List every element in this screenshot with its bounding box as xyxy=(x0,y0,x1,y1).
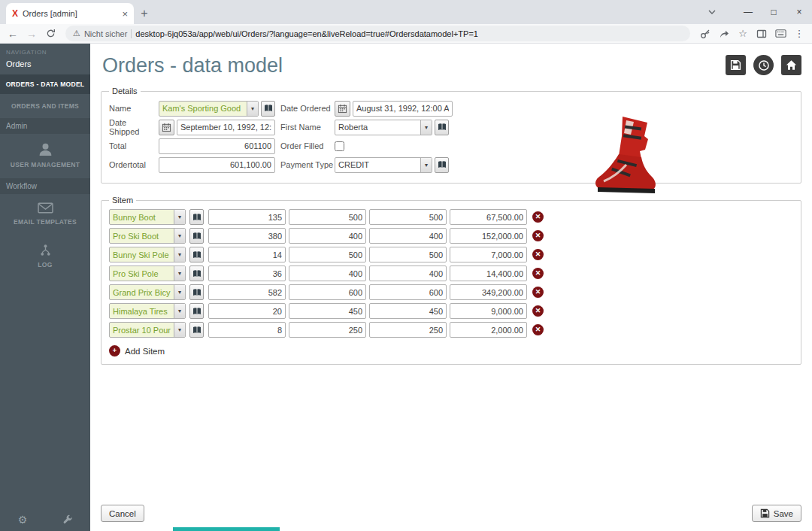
price-input[interactable] xyxy=(369,247,447,262)
line-total-input[interactable] xyxy=(450,322,527,338)
url-text[interactable]: desktop-6jq053a/app/web/ui/Orders/?langu… xyxy=(135,29,478,38)
date-ordered-input[interactable] xyxy=(353,101,453,117)
line-total-input[interactable] xyxy=(450,247,527,262)
item-select[interactable]: Pro Ski Pole▾ xyxy=(109,266,186,281)
ordertotal-input[interactable] xyxy=(159,157,275,173)
item-lookup-button[interactable] xyxy=(189,247,204,262)
unit-price-input[interactable] xyxy=(289,303,366,319)
first-name-lookup-button[interactable] xyxy=(435,120,449,135)
price-input[interactable] xyxy=(369,284,447,300)
unit-price-input[interactable] xyxy=(289,266,366,281)
delete-row-button[interactable]: ✕ xyxy=(532,268,544,279)
quantity-input[interactable] xyxy=(208,247,286,262)
unit-price-input[interactable] xyxy=(289,247,366,262)
chevron-down-icon: ▾ xyxy=(247,102,258,116)
item-lookup-button[interactable] xyxy=(189,284,204,300)
item-select[interactable]: Himalaya Tires▾ xyxy=(109,303,186,319)
new-tab-button[interactable]: + xyxy=(134,3,155,24)
total-input[interactable] xyxy=(159,138,275,154)
tools-wrench-icon[interactable] xyxy=(45,508,90,531)
add-sitem-button[interactable]: + Add Sitem xyxy=(109,345,177,357)
settings-gear-icon[interactable]: ⚙ xyxy=(0,508,45,531)
date-shipped-label: Date Shipped xyxy=(109,118,159,136)
cancel-button[interactable]: Cancel xyxy=(101,505,144,522)
keyboard-extension-icon[interactable] xyxy=(772,26,789,42)
clock-button[interactable] xyxy=(753,55,774,75)
item-lookup-button[interactable] xyxy=(189,303,204,319)
sidebar-item-orders[interactable]: Orders xyxy=(0,57,90,74)
name-select[interactable]: Kam's Sporting Good ▾ xyxy=(159,101,259,117)
save-button-top[interactable] xyxy=(726,55,746,75)
quantity-input[interactable] xyxy=(208,303,286,319)
name-lookup-button[interactable] xyxy=(261,101,275,117)
sidebar-item-user-management[interactable]: USER MANAGEMENT xyxy=(0,134,90,178)
reload-button[interactable] xyxy=(42,26,59,42)
price-input[interactable] xyxy=(369,303,447,319)
delete-row-button[interactable]: ✕ xyxy=(532,211,544,223)
order-filled-checkbox[interactable] xyxy=(335,141,344,151)
quantity-input[interactable] xyxy=(208,209,286,225)
browser-menu-icon[interactable]: ⋮ xyxy=(791,26,807,42)
tab-close-icon[interactable]: × xyxy=(122,8,128,20)
item-lookup-button[interactable] xyxy=(189,322,204,338)
date-shipped-input[interactable] xyxy=(177,120,275,135)
quantity-input[interactable] xyxy=(208,266,286,281)
not-secure-label: Nicht sicher xyxy=(84,29,127,38)
price-input[interactable] xyxy=(369,209,447,225)
line-total-input[interactable] xyxy=(450,228,527,244)
quantity-input[interactable] xyxy=(208,284,286,300)
price-input[interactable] xyxy=(369,228,447,244)
window-close-button[interactable]: × xyxy=(786,0,812,24)
line-total-input[interactable] xyxy=(450,266,527,281)
address-bar[interactable]: ⚠ Nicht sicher desktop-6jq053a/app/web/u… xyxy=(65,26,690,41)
tab-strip: X Orders [admin] × + — □ × xyxy=(0,0,812,24)
item-lookup-button[interactable] xyxy=(189,209,204,225)
delete-row-button[interactable]: ✕ xyxy=(532,324,544,335)
unit-price-input[interactable] xyxy=(289,228,366,244)
payment-type-lookup-button[interactable] xyxy=(435,157,449,173)
save-button[interactable]: Save xyxy=(752,505,801,522)
sidebar-item-email-templates[interactable]: EMAIL TEMPLATES xyxy=(0,194,90,235)
line-total-input[interactable] xyxy=(450,209,527,225)
item-select[interactable]: Prostar 10 Pour▾ xyxy=(109,322,186,338)
delete-row-button[interactable]: ✕ xyxy=(532,249,544,260)
share-icon[interactable] xyxy=(716,26,732,42)
window-maximize-button[interactable]: □ xyxy=(761,0,786,24)
side-panel-icon[interactable] xyxy=(753,26,770,42)
date-ordered-calendar-button[interactable] xyxy=(335,101,350,117)
payment-type-select[interactable]: CREDIT ▾ xyxy=(335,157,432,173)
first-name-select[interactable]: Roberta ▾ xyxy=(335,120,432,135)
price-input[interactable] xyxy=(369,266,447,281)
item-lookup-button[interactable] xyxy=(189,228,204,244)
item-select[interactable]: Pro Ski Boot▾ xyxy=(109,228,186,244)
line-total-input[interactable] xyxy=(450,284,527,300)
unit-price-input[interactable] xyxy=(289,284,366,300)
tab-search-chevron-icon[interactable] xyxy=(699,0,725,24)
sidebar-item-orders-data-model[interactable]: ORDERS - DATA MODEL xyxy=(0,74,90,94)
window-minimize-button[interactable]: — xyxy=(735,0,761,24)
browser-tab[interactable]: X Orders [admin] × xyxy=(6,3,134,24)
not-secure-warning-icon[interactable]: ⚠ xyxy=(73,29,80,38)
book-icon xyxy=(192,213,201,222)
sidebar-item-log[interactable]: LOG xyxy=(0,235,90,278)
unit-price-input[interactable] xyxy=(289,322,366,338)
back-button[interactable]: ← xyxy=(5,26,21,42)
delete-row-button[interactable]: ✕ xyxy=(532,230,544,241)
delete-row-button[interactable]: ✕ xyxy=(532,305,544,317)
price-input[interactable] xyxy=(369,322,447,338)
quantity-input[interactable] xyxy=(208,322,286,338)
quantity-input[interactable] xyxy=(208,228,286,244)
forward-button[interactable]: → xyxy=(23,26,40,42)
item-select[interactable]: Grand Prix Bicy▾ xyxy=(109,284,186,300)
delete-row-button[interactable]: ✕ xyxy=(532,287,544,298)
date-shipped-calendar-button[interactable] xyxy=(159,120,174,135)
line-total-input[interactable] xyxy=(450,303,527,319)
item-lookup-button[interactable] xyxy=(189,266,204,281)
bookmark-star-icon[interactable]: ☆ xyxy=(735,26,751,42)
unit-price-input[interactable] xyxy=(289,209,366,225)
password-key-icon[interactable] xyxy=(697,26,714,42)
home-button[interactable] xyxy=(781,55,801,75)
item-select[interactable]: Bunny Ski Pole▾ xyxy=(109,247,186,262)
sidebar-item-orders-and-items[interactable]: ORDERS AND ITEMS xyxy=(0,94,90,118)
item-select[interactable]: Bunny Boot▾ xyxy=(109,209,186,225)
